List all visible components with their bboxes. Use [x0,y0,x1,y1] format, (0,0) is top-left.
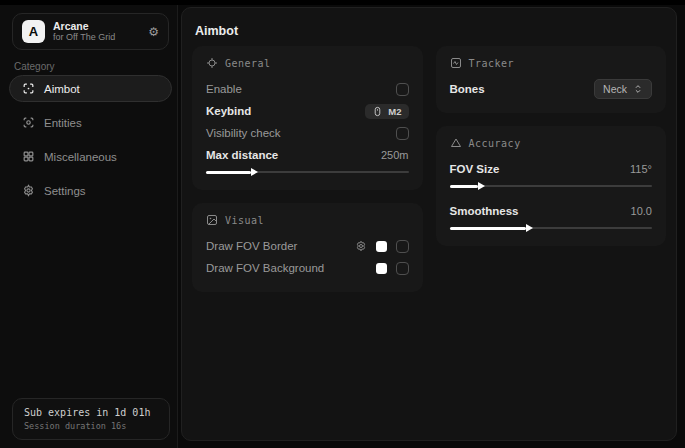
grid-icon [22,150,35,163]
sidebar-item-label: Aimbot [44,83,80,95]
fov-size-label: FOV Size [450,163,500,175]
sidebar-item-label: Settings [44,185,86,197]
keybind-row: Keybind M2 [206,100,409,122]
session-duration-text: Session duration 16s [24,421,158,431]
image-icon [206,214,218,226]
keybind-badge[interactable]: M2 [365,104,408,119]
max-distance-row: Max distance 250m [206,144,409,166]
draw-fov-background-checkbox[interactable] [396,262,409,275]
app-logo: A [22,20,45,43]
sidebar-item-aimbot[interactable]: Aimbot [9,75,172,102]
visual-panel: Visual Draw FOV Border [192,203,423,292]
category-label: Category [14,61,55,72]
crosshair-icon [206,57,218,69]
smoothness-label: Smoothness [450,205,519,217]
accuracy-panel: Accuracy FOV Size 115° Smoothness 10.0 [436,126,667,246]
draw-fov-border-checkbox[interactable] [396,240,409,253]
app-subtitle: for Off The Grid [53,32,140,42]
slider-fill [450,185,478,188]
smoothness-row: Smoothness 10.0 [450,200,653,222]
visibility-check-checkbox[interactable] [396,127,409,140]
sidebar-item-entities[interactable]: Entities [9,109,172,136]
bones-selected-value: Neck [603,83,627,95]
enable-checkbox[interactable] [396,83,409,96]
app-logo-card: A Arcane for Off The Grid ⚙ [12,13,169,50]
bones-label: Bones [450,83,485,95]
tracker-panel: Tracker Bones Neck [436,46,667,113]
fov-size-slider[interactable] [450,182,653,191]
panel-title: General [225,58,271,69]
general-panel: General Enable Keybind M2 [192,46,423,190]
fov-border-color-swatch[interactable] [376,241,387,252]
fov-background-color-swatch[interactable] [376,263,387,274]
scan-icon [22,116,35,129]
app-settings-gear-icon[interactable]: ⚙ [148,25,159,39]
enable-row: Enable [206,78,409,100]
bones-select[interactable]: Neck [594,79,652,99]
activity-icon [450,57,462,69]
page-title: Aimbot [195,24,238,38]
visibility-check-label: Visibility check [206,127,281,139]
sub-expires-text: Sub expires in 1d 01h [24,407,158,418]
enable-label: Enable [206,83,242,95]
sidebar: A Arcane for Off The Grid ⚙ Category Aim… [0,5,178,448]
smoothness-value: 10.0 [631,205,652,217]
draw-fov-border-row: Draw FOV Border [206,235,409,257]
fov-size-value: 115° [630,163,652,175]
subscription-card: Sub expires in 1d 01h Session duration 1… [12,398,170,440]
bones-row: Bones Neck [450,78,653,100]
mouse-icon [372,106,383,117]
draw-fov-background-label: Draw FOV Background [206,262,324,274]
panel-title: Tracker [469,58,515,69]
panel-title: Visual [225,215,264,226]
slider-thumb[interactable] [526,224,533,232]
slider-thumb[interactable] [478,182,485,190]
fov-size-row: FOV Size 115° [450,158,653,180]
gear-icon [22,184,35,197]
draw-fov-border-label: Draw FOV Border [206,240,297,252]
triangle-icon [450,137,462,149]
sidebar-item-miscellaneous[interactable]: Miscellaneous [9,143,172,170]
max-distance-value: 250m [381,149,409,161]
crosshair-icon [22,82,35,95]
draw-fov-background-row: Draw FOV Background [206,257,409,279]
panel-title: Accuracy [469,138,521,149]
slider-thumb[interactable] [251,168,258,176]
keybind-label: Keybind [206,105,251,117]
fov-border-settings-gear-icon[interactable] [355,240,367,252]
max-distance-slider[interactable] [206,168,409,177]
sidebar-nav: Aimbot Entities Miscellaneous [9,75,172,204]
slider-fill [206,171,251,174]
visibility-check-row: Visibility check [206,122,409,144]
slider-fill [450,227,527,230]
sidebar-item-settings[interactable]: Settings [9,177,172,204]
max-distance-label: Max distance [206,149,278,161]
chevrons-up-down-icon [633,84,643,94]
sidebar-item-label: Miscellaneous [44,151,117,163]
main-panel: Aimbot General Enable [181,7,677,441]
smoothness-slider[interactable] [450,224,653,233]
keybind-value: M2 [388,106,401,117]
sidebar-item-label: Entities [44,117,82,129]
app-name: Arcane [53,20,140,32]
